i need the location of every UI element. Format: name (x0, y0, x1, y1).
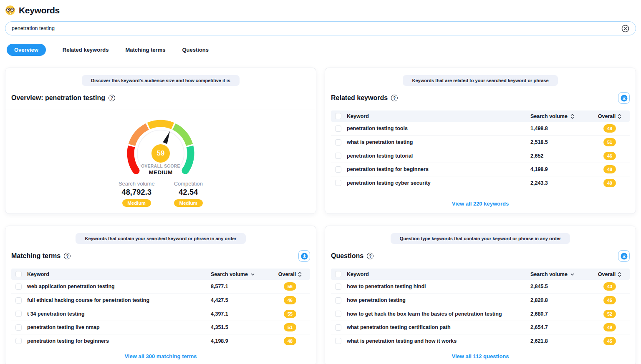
row-checkbox[interactable] (15, 324, 22, 331)
related-keywords-table: penetration testing tools 1,498.8 48 wha… (331, 122, 630, 190)
search-volume-cell: 4,427.5 (211, 297, 274, 303)
row-checkbox[interactable] (335, 180, 341, 186)
related-keywords-title: Related keywords ? (331, 94, 398, 102)
row-checkbox[interactable] (335, 139, 341, 146)
search-volume-cell: 2,652 (530, 153, 594, 159)
search-volume-cell: 2,845.5 (530, 284, 594, 289)
search-volume-cell: 4,351.5 (211, 324, 274, 330)
export-download-button[interactable] (298, 250, 310, 262)
tab-matching-terms[interactable]: Matching terms (125, 44, 165, 56)
view-all-matching-terms-link[interactable]: View all 300 matching terms (11, 348, 310, 359)
select-all-checkbox[interactable] (335, 271, 341, 277)
keyword-cell: penetration testing for beginners (347, 166, 530, 172)
search-volume-column-header[interactable]: Search volume (530, 113, 594, 119)
overall-column-header[interactable]: Overall (594, 113, 626, 119)
overall-score-badge: 51 (284, 323, 296, 331)
tab-questions[interactable]: Questions (182, 44, 209, 56)
table-row[interactable]: penetration testing for beginners 4,198.… (11, 334, 310, 348)
row-checkbox[interactable] (335, 284, 341, 290)
search-volume-cell: 2,621.8 (530, 338, 594, 344)
table-header: Keyword Search volume Overall (331, 110, 630, 122)
search-volume-cell: 1,498.8 (530, 126, 594, 131)
overall-score-badge: 49 (603, 323, 616, 331)
table-row[interactable]: web application penetration testing 8,57… (11, 280, 310, 294)
table-row[interactable]: what is penetration testing 2,518.5 51 (331, 136, 630, 149)
overall-column-header[interactable]: Overall (594, 271, 626, 277)
overall-score-badge: 48 (284, 337, 296, 345)
row-checkbox[interactable] (335, 324, 341, 331)
table-row[interactable]: how to penetration testing hindi 2,845.5… (331, 280, 630, 294)
row-checkbox[interactable] (335, 153, 341, 159)
table-row[interactable]: what is penetration testing and how it w… (331, 334, 630, 348)
help-icon[interactable]: ? (109, 95, 115, 101)
card-description: Keywords that are related to your search… (403, 75, 558, 86)
row-checkbox[interactable] (335, 338, 341, 344)
overall-score-badge: 45 (603, 296, 616, 304)
table-row[interactable]: penetration testing cyber security 2,243… (331, 176, 630, 190)
search-volume-stat: Search volume 48,792.3 Medium (119, 181, 155, 207)
sort-descending-icon[interactable] (251, 272, 255, 277)
sort-icon[interactable] (618, 114, 621, 119)
overall-score-label: OVERALL SCORE (113, 164, 209, 168)
search-volume-column-header[interactable]: Search volume (211, 271, 274, 277)
overall-score-badge: 48 (603, 124, 616, 133)
view-all-keywords-link[interactable]: View all 220 keywords (331, 195, 630, 207)
stat-rating-badge: Medium (174, 199, 203, 207)
table-row[interactable]: what penetration testing certification p… (331, 321, 630, 334)
help-icon[interactable]: ? (64, 253, 71, 259)
row-checkbox[interactable] (15, 284, 22, 290)
card-description: Question type keywords that contain your… (391, 233, 570, 244)
overall-score-badge: 46 (603, 152, 616, 160)
row-checkbox[interactable] (335, 311, 341, 317)
sort-icon[interactable] (618, 272, 621, 277)
view-all-questions-link[interactable]: View all 112 questions (331, 348, 630, 359)
keyword-cell: what is penetration testing and how it w… (347, 338, 530, 344)
sort-icon[interactable] (298, 272, 302, 277)
export-download-button[interactable] (618, 250, 630, 262)
related-keywords-card: Keywords that are related to your search… (325, 68, 636, 214)
keyword-cell: penetration testing live nmap (27, 324, 211, 330)
clear-search-icon[interactable] (621, 24, 629, 33)
row-checkbox[interactable] (15, 297, 22, 304)
search-volume-cell: 4,198.9 (211, 338, 274, 344)
select-all-checkbox[interactable] (15, 271, 22, 277)
search-volume-cell: 2,820.8 (530, 297, 594, 303)
tab-overview[interactable]: Overview (7, 44, 46, 56)
row-checkbox[interactable] (15, 338, 22, 344)
search-volume-cell: 2,680.7 (530, 311, 594, 317)
table-row[interactable]: penetration testing for beginners 4,198.… (331, 163, 630, 176)
table-row[interactable]: penetration testing live nmap 4,351.5 51 (11, 321, 310, 334)
row-checkbox[interactable] (15, 311, 22, 317)
keyword-cell: how to penetration testing hindi (347, 284, 530, 289)
table-row[interactable]: penetration testing tools 1,498.8 48 (331, 122, 630, 136)
matching-terms-card: Keywords that contain your searched keyw… (5, 226, 316, 364)
help-icon[interactable]: ? (367, 253, 373, 259)
card-description: Keywords that contain your searched keyw… (76, 233, 245, 244)
search-volume-cell: 8,577.1 (211, 284, 274, 289)
export-download-button[interactable] (618, 92, 630, 104)
table-row[interactable]: how to get hack the box learn the basics… (331, 307, 630, 321)
stat-label: Competition (174, 181, 203, 187)
sort-descending-icon[interactable] (570, 272, 574, 277)
search-input[interactable] (12, 25, 621, 31)
row-checkbox[interactable] (335, 126, 341, 132)
sort-icon[interactable] (570, 114, 574, 119)
table-row[interactable]: penetration testing tutorial 2,652 46 (331, 149, 630, 163)
row-checkbox[interactable] (335, 297, 341, 304)
keyword-cell: full ethical hacking course for penetrat… (27, 297, 211, 303)
search-volume-column-header[interactable]: Search volume (530, 271, 594, 277)
select-all-checkbox[interactable] (335, 113, 341, 119)
table-row[interactable]: full ethical hacking course for penetrat… (11, 294, 310, 307)
overall-score-value: 59 (151, 144, 170, 163)
overall-score-badge: 43 (603, 282, 616, 291)
table-row[interactable]: t 34 penetration testing 4,397.1 55 (11, 307, 310, 321)
questions-table: how to penetration testing hindi 2,845.5… (331, 280, 630, 348)
help-icon[interactable]: ? (391, 95, 398, 101)
tab-related-keywords[interactable]: Related keywords (63, 44, 109, 56)
search-volume-cell: 2,654.7 (530, 324, 594, 330)
matching-terms-title: Matching terms ? (11, 252, 71, 260)
table-row[interactable]: how penetration testing 2,820.8 45 (331, 294, 630, 307)
row-checkbox[interactable] (335, 166, 341, 173)
overall-column-header[interactable]: Overall (274, 271, 306, 277)
overview-card: Discover this keyword's audience size an… (5, 68, 316, 214)
